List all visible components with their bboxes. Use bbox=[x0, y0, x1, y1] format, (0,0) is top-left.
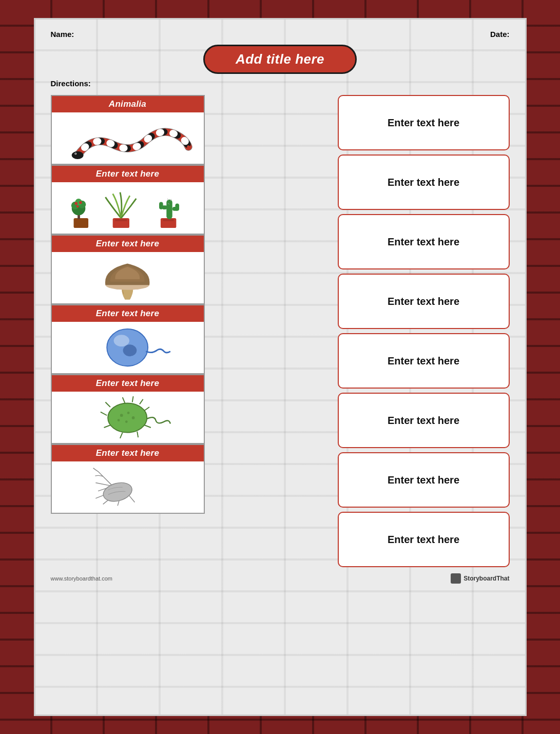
text-box-3[interactable]: Enter text here bbox=[338, 214, 510, 269]
kingdom-card-3: Enter text here bbox=[51, 235, 205, 304]
kingdom-card-2: Enter text here bbox=[51, 165, 205, 235]
text-box-2[interactable]: Enter text here bbox=[338, 154, 510, 210]
text-box-6[interactable]: Enter text here bbox=[338, 393, 510, 448]
svg-line-32 bbox=[140, 399, 143, 404]
svg-rect-4 bbox=[74, 218, 89, 228]
svg-point-45 bbox=[125, 420, 128, 423]
svg-line-39 bbox=[106, 402, 111, 407]
kingdom-image-2 bbox=[52, 182, 204, 234]
kingdom-image-1 bbox=[52, 112, 204, 164]
kingdom-card-5: Enter text here bbox=[51, 374, 205, 444]
svg-line-35 bbox=[138, 431, 139, 437]
text-box-4[interactable]: Enter text here bbox=[338, 274, 510, 329]
footer-brand: StoryboardThat bbox=[464, 575, 509, 582]
svg-line-36 bbox=[120, 432, 123, 438]
svg-rect-17 bbox=[167, 199, 172, 219]
kingdom-image-3 bbox=[52, 252, 204, 303]
svg-rect-19 bbox=[159, 202, 163, 209]
svg-point-12 bbox=[76, 205, 79, 207]
footer-website: www.storyboardthat.com bbox=[51, 575, 112, 582]
right-column: Enter text hereEnter text hereEnter text… bbox=[338, 95, 510, 567]
kingdom-card-4: Enter text here bbox=[51, 304, 205, 374]
kingdom-header-2[interactable]: Enter text here bbox=[52, 166, 204, 182]
svg-point-2 bbox=[75, 153, 76, 154]
text-box-8[interactable]: Enter text here bbox=[338, 512, 510, 567]
logo-icon bbox=[451, 573, 461, 584]
kingdom-header-3[interactable]: Enter text here bbox=[52, 236, 204, 252]
text-box-5[interactable]: Enter text here bbox=[338, 333, 510, 389]
footer: www.storyboardthat.com StoryboardThat bbox=[51, 573, 510, 584]
left-column: Animalia bbox=[51, 95, 205, 567]
worksheet-page: Name: Date: Add title here Directions: A… bbox=[34, 18, 527, 716]
date-label: Date: bbox=[490, 30, 510, 38]
svg-point-54 bbox=[101, 479, 134, 504]
svg-line-37 bbox=[104, 425, 110, 428]
svg-rect-21 bbox=[176, 203, 180, 210]
kingdom-image-6 bbox=[52, 461, 204, 513]
title-container: Add title here bbox=[51, 45, 510, 74]
svg-point-42 bbox=[120, 414, 123, 417]
kingdom-header-5[interactable]: Enter text here bbox=[52, 375, 204, 392]
svg-line-34 bbox=[145, 425, 151, 428]
svg-point-29 bbox=[123, 344, 137, 356]
middle-column bbox=[215, 95, 327, 567]
svg-point-28 bbox=[114, 335, 129, 346]
text-box-7[interactable]: Enter text here bbox=[338, 452, 510, 508]
kingdom-card-6: Enter text here bbox=[51, 444, 205, 514]
svg-line-30 bbox=[123, 397, 125, 403]
svg-point-44 bbox=[132, 416, 135, 419]
svg-point-46 bbox=[118, 419, 120, 421]
svg-line-33 bbox=[145, 407, 150, 411]
header-row: Name: Date: bbox=[51, 30, 510, 38]
kingdom-header-4[interactable]: Enter text here bbox=[52, 305, 204, 322]
svg-point-0 bbox=[72, 151, 84, 159]
kingdom-header-1[interactable]: Animalia bbox=[52, 96, 204, 112]
directions-label: Directions: bbox=[51, 79, 510, 88]
kingdom-image-5 bbox=[52, 392, 204, 443]
brick-border: Name: Date: Add title here Directions: A… bbox=[0, 0, 560, 734]
kingdom-image-4 bbox=[52, 322, 204, 373]
text-box-1[interactable]: Enter text here bbox=[338, 95, 510, 150]
svg-line-38 bbox=[101, 412, 107, 415]
content-area: Animalia bbox=[51, 95, 510, 567]
svg-line-31 bbox=[132, 396, 133, 402]
svg-point-10 bbox=[75, 202, 78, 205]
svg-rect-16 bbox=[163, 219, 174, 221]
svg-rect-14 bbox=[115, 219, 127, 221]
footer-logo: StoryboardThat bbox=[451, 573, 509, 584]
svg-point-3 bbox=[187, 145, 190, 148]
kingdom-card-1: Animalia bbox=[51, 95, 205, 165]
svg-point-11 bbox=[79, 201, 82, 204]
name-label: Name: bbox=[51, 30, 74, 38]
svg-point-43 bbox=[127, 412, 130, 414]
kingdom-header-6[interactable]: Enter text here bbox=[52, 445, 204, 461]
title-pill[interactable]: Add title here bbox=[203, 45, 357, 74]
